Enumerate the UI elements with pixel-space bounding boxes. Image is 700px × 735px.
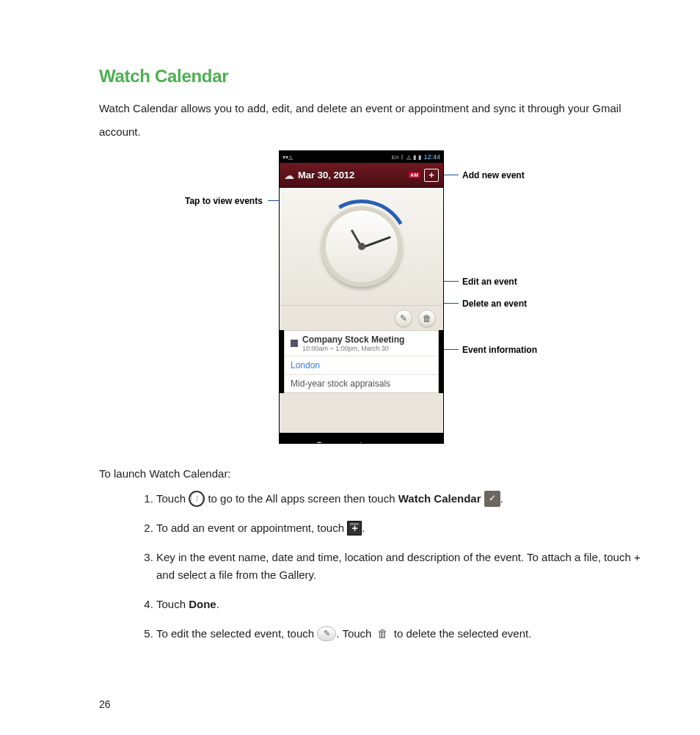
app-header: ☁ Mar 30, 2012 AM ＋ [280, 163, 443, 188]
step-text: . [216, 598, 219, 610]
step-text: . [500, 492, 503, 505]
step-text: To edit the selected event, touch [156, 627, 317, 640]
label-tap-to-view: Tap to view events [185, 196, 263, 206]
step-text: to delete the selected event. [394, 627, 532, 640]
header-date[interactable]: Mar 30, 2012 [298, 169, 354, 180]
event-title: Company Stock Meeting [302, 334, 404, 345]
event-description: Mid-year stock appraisals [285, 374, 438, 392]
home-icon[interactable]: ⌂ [357, 439, 365, 444]
callout-line [444, 349, 459, 350]
blank-area [280, 393, 443, 433]
event-actions: ✎ 🗑 [280, 305, 443, 330]
clock-face [321, 206, 402, 287]
step-5: To edit the selected event, touch ✎. Tou… [156, 625, 641, 643]
add-event-button[interactable]: ＋ [424, 169, 439, 182]
clock-pin [358, 243, 365, 250]
event-location: London [285, 356, 438, 374]
screenshot-phone: ▾▾◬ En ᛒ ◬ ▮ ▮ 12:44 ☁ Mar 30, 2012 AM ＋ [279, 150, 444, 444]
event-time: 10:00am ~ 1:00pm, March 30 [302, 345, 404, 352]
clock-area [280, 188, 443, 305]
signal-icon: ▾▾◬ [282, 154, 293, 161]
prelist-text: To launch Watch Calendar: [99, 467, 641, 480]
page-title: Watch Calendar [99, 66, 641, 87]
label-add-new-event: Add new event [462, 170, 525, 180]
step-bold: Watch Calendar [398, 492, 481, 505]
nav-bar: ↶ ⌂ ▭ [280, 433, 443, 444]
step-text: to go to the All apps screen then touch [208, 492, 398, 505]
battery-icon: ▮ [418, 154, 421, 161]
step-bold: Done [189, 598, 216, 610]
step-text: Touch [156, 598, 189, 610]
figure: Tap to view events Add new event Edit an… [99, 150, 641, 458]
back-icon[interactable]: ↶ [313, 439, 323, 445]
wifi-icon: ◬ [406, 154, 411, 161]
all-apps-icon: ⋮⋮⋮ [189, 491, 205, 507]
step-text: To add an event or appointment, touch [156, 522, 347, 534]
step-4: Touch Done. [156, 596, 641, 613]
event-color-icon [291, 340, 298, 347]
label-delete-event: Delete an event [462, 299, 527, 309]
label-event-info: Event information [462, 345, 537, 355]
recent-icon[interactable]: ▭ [398, 439, 409, 445]
event-card[interactable]: Company Stock Meeting 10:00am ~ 1:00pm, … [284, 330, 439, 393]
steps-list: Touch ⋮⋮⋮ to go to the All apps screen t… [99, 490, 641, 643]
page-number: 26 [99, 698, 111, 710]
cell-icon: ▮ [413, 154, 416, 161]
status-lang: En [392, 154, 399, 161]
step-3: Key in the event name, date and time, lo… [156, 549, 641, 584]
edit-event-button[interactable]: ✎ [395, 310, 412, 327]
status-bar: ▾▾◬ En ᛒ ◬ ▮ ▮ 12:44 [280, 151, 443, 163]
step-text: . Touch [336, 627, 374, 640]
ampm-badge[interactable]: AM [408, 172, 420, 178]
status-clock: 12:44 [423, 153, 440, 161]
watch-calendar-icon: ✓ [484, 491, 500, 507]
step-text: Touch [156, 492, 189, 505]
trash-icon: 🗑 [375, 626, 391, 642]
weather-icon: ☁ [284, 169, 294, 181]
edit-icon: ✎ [317, 626, 336, 641]
label-edit-event: Edit an event [462, 277, 517, 287]
intro-paragraph: Watch Calendar allows you to add, edit, … [99, 97, 641, 143]
minute-hand [361, 236, 390, 249]
bluetooth-icon: ᛒ [401, 154, 404, 161]
step-1: Touch ⋮⋮⋮ to go to the All apps screen t… [156, 490, 641, 508]
delete-event-button[interactable]: 🗑 [418, 310, 436, 327]
add-event-icon: ＋ [347, 521, 362, 535]
step-2: To add an event or appointment, touch ＋. [156, 519, 641, 537]
step-text: . [362, 522, 365, 534]
